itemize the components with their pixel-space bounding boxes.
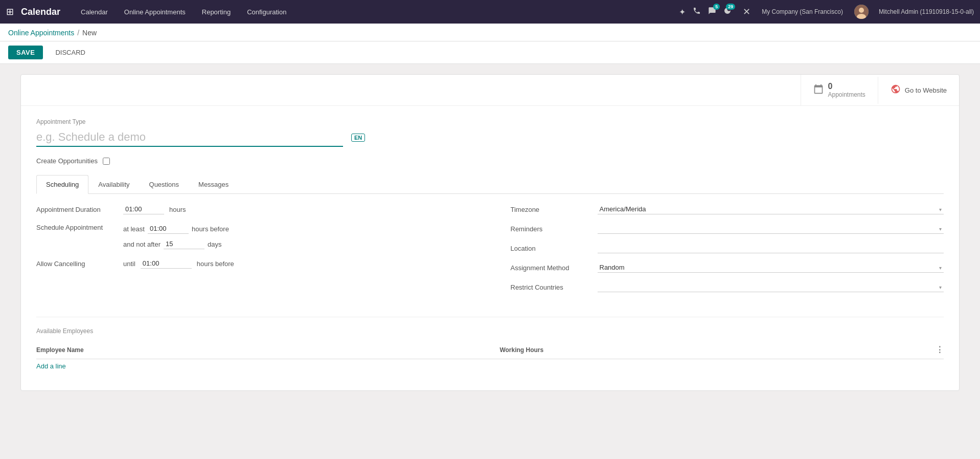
form-body: Appointment Type EN Create Opportunities… [21,106,959,390]
chat-icon[interactable]: 5 [708,7,716,17]
restrict-countries-select-wrapper: ▾ [598,282,944,292]
reminders-row: Reminders ▾ [511,224,944,234]
until-prefix: until [123,260,135,268]
allow-cancelling-input[interactable] [141,258,192,269]
reminders-label: Reminders [511,225,592,233]
appointments-count: 0 [828,82,865,91]
create-opps-row: Create Opportunities [36,157,944,165]
tab-availability[interactable]: Availability [88,175,139,194]
hours-unit: hours [169,206,186,213]
tab-messages[interactable]: Messages [189,175,238,194]
restrict-countries-label: Restrict Countries [511,283,592,291]
appointments-button[interactable]: 0 Appointments [801,75,877,105]
hours-before-cancel: hours before [197,260,234,268]
schedule-appointment-fields: at least hours before and not after days [123,224,229,249]
goto-website-button[interactable]: Go to Website [878,77,959,104]
allow-cancelling-label: Allow Cancelling [36,260,118,268]
available-employees-section: Available Employees Employee Name Workin… [36,317,944,373]
breadcrumb-current: New [82,29,97,37]
top-nav-icons: ✦ 5 29 ✕ My Company (San Francisco) Mitc… [679,5,974,19]
at-least-row: at least hours before [123,224,229,234]
appointment-duration-label: Appointment Duration [36,206,118,213]
user-name: Mitchell Admin (11910918-15-0-all) [879,8,974,15]
col-actions: ⋮ [928,341,944,359]
moon-badge: 29 [726,4,735,10]
moon-icon[interactable]: 29 [723,7,732,17]
avatar [854,5,869,19]
allow-cancelling-row: Allow Cancelling until hours before [36,258,470,269]
at-least-input[interactable] [148,224,189,234]
at-least-prefix: at least [123,225,145,233]
timezone-label: Timezone [511,206,592,213]
nav-reporting[interactable]: Reporting [196,6,237,18]
days-unit: days [208,241,221,248]
globe-icon [891,84,901,97]
restrict-countries-row: Restrict Countries ▾ [511,282,944,292]
scheduling-form: Appointment Duration hours Schedule Appo… [36,204,944,301]
close-icon[interactable]: ✕ [743,6,750,17]
nav-online-appointments[interactable]: Online Appointments [118,6,192,18]
save-button[interactable]: SAVE [8,46,43,59]
and-not-after-prefix: and not after [123,241,161,248]
lang-badge[interactable]: EN [351,134,365,142]
form-card: 0 Appointments Go to Website Appointment… [20,74,960,391]
and-not-after-input[interactable] [164,239,204,249]
nav-calendar[interactable]: Calendar [75,6,114,18]
breadcrumb: Online Appointments / New [8,29,972,41]
location-label: Location [511,245,592,252]
discard-button[interactable]: DISCARD [47,46,94,59]
appointments-label: Appointments [828,91,865,98]
app-grid-icon[interactable]: ⊞ [6,6,14,17]
right-column: Timezone America/Merida ▾ Reminders [511,204,944,301]
appointment-type-label: Appointment Type [36,118,944,125]
location-input[interactable] [598,243,944,253]
available-employees-title: Available Employees [36,327,944,335]
tab-scheduling[interactable]: Scheduling [36,175,88,194]
col-employee-name: Employee Name [36,341,499,359]
main-content: 0 Appointments Go to Website Appointment… [0,64,980,456]
col-working-hours: Working Hours [499,341,928,359]
and-not-after-row: and not after days [123,239,229,249]
tabs: Scheduling Availability Questions Messag… [36,175,944,194]
timezone-row: Timezone America/Merida ▾ [511,204,944,214]
left-column: Appointment Duration hours Schedule Appo… [36,204,470,301]
schedule-appointment-label: Schedule Appointment [36,224,118,231]
timezone-select-wrapper: America/Merida ▾ [598,204,944,214]
tab-questions[interactable]: Questions [140,175,189,194]
assignment-method-label: Assignment Method [511,264,592,272]
appointment-type-input[interactable] [36,128,343,147]
create-opps-label: Create Opportunities [36,157,98,165]
breadcrumb-parent[interactable]: Online Appointments [8,29,74,37]
assignment-method-row: Assignment Method Random ▾ [511,263,944,273]
top-nav: ⊞ Calendar Calendar Online Appointments … [0,0,980,24]
employee-table: Employee Name Working Hours ⋮ [36,341,944,359]
add-line-button[interactable]: Add a line [36,359,66,373]
calendar-icon [813,84,824,97]
appointment-duration-input[interactable] [123,204,164,214]
assignment-method-select-wrapper: Random ▾ [598,263,944,273]
timezone-select[interactable]: America/Merida [598,204,944,214]
reminders-select-wrapper: ▾ [598,224,944,234]
svg-point-1 [859,8,864,13]
table-actions-icon[interactable]: ⋮ [936,345,944,354]
breadcrumb-separator: / [77,29,79,37]
app-title: Calendar [21,7,60,17]
goto-website-label: Go to Website [905,86,947,94]
create-opps-checkbox[interactable] [103,158,110,165]
card-topbar: 0 Appointments Go to Website [21,75,959,106]
appointment-duration-row: Appointment Duration hours [36,204,470,214]
assignment-method-select[interactable]: Random [598,263,944,273]
chat-badge: 5 [713,4,720,10]
breadcrumb-bar: Online Appointments / New [0,24,980,41]
restrict-countries-select[interactable] [598,282,944,292]
phone-icon[interactable] [693,7,701,17]
bug-icon[interactable]: ✦ [679,7,686,17]
hours-before-label: hours before [192,225,229,233]
action-bar: SAVE DISCARD [0,41,980,64]
nav-configuration[interactable]: Configuration [241,6,292,18]
company-name: My Company (San Francisco) [762,8,843,15]
reminders-select[interactable] [598,224,944,234]
location-row: Location [511,243,944,253]
appointment-type-section: Appointment Type EN [36,118,944,147]
schedule-appointment-row: Schedule Appointment at least hours befo… [36,224,470,249]
